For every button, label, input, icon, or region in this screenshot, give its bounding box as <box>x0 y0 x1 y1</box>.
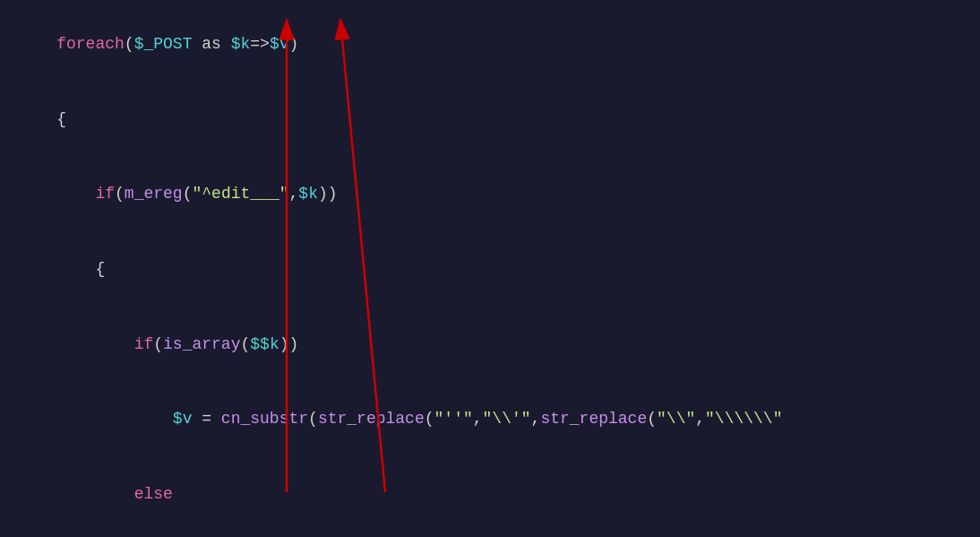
str-edit-1: "^edit___" <box>192 185 288 203</box>
code-editor: foreach($_POST as $k=>$v) { if(m_ereg("^… <box>0 0 980 537</box>
code-line-3: if(m_ereg("^edit___",$k)) <box>18 157 962 232</box>
var-post: $_POST <box>134 35 193 53</box>
keyword-foreach: foreach <box>56 35 125 53</box>
var-v-1: $v <box>270 35 289 53</box>
code-line-7: else <box>18 457 962 533</box>
code-line-4: { <box>18 232 962 307</box>
fn-cn-substr-1: cn_substr <box>221 410 308 428</box>
fn-str-replace-2: str_replace <box>540 410 647 428</box>
fn-str-replace-1: str_replace <box>318 410 425 428</box>
var-k-2: $k <box>298 185 318 203</box>
var-kk: $$k <box>250 335 279 353</box>
keyword-if-1: if <box>95 185 115 203</box>
code-line-8: $v = cn_substr(str_replace("''","\\'",st… <box>18 533 962 537</box>
fn-m-ereg-1: m_ereg <box>125 185 183 203</box>
code-line-6: $v = cn_substr(str_replace("''","\\'",st… <box>18 382 962 457</box>
keyword-if-2: if <box>134 335 154 353</box>
keyword-as: as <box>202 35 221 53</box>
code-line-2: { <box>18 82 962 158</box>
var-v-2: $v <box>173 410 193 428</box>
code-line-1: foreach($_POST as $k=>$v) <box>18 7 962 82</box>
code-line-5: if(is_array($$k)) <box>18 307 962 383</box>
var-k-1: $k <box>231 35 251 53</box>
keyword-else-1: else <box>134 485 173 503</box>
fn-is-array: is_array <box>163 335 240 353</box>
